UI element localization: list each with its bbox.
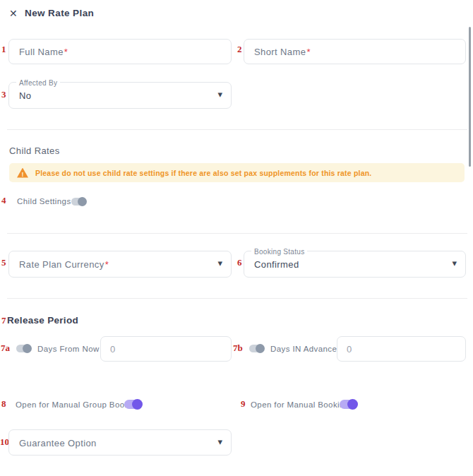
booking-status-label: Booking Status — [251, 248, 307, 256]
rate-plan-currency-select[interactable]: Rate Plan Currency* ▾ — [8, 251, 232, 278]
child-settings-toggle[interactable] — [71, 198, 86, 206]
annotation-4: 4 — [1, 196, 6, 206]
affected-by-label: Affected By — [16, 79, 60, 87]
booking-status-select[interactable]: Booking Status Confirmed ▾ — [244, 251, 466, 278]
annotation-7a: 7a — [1, 343, 10, 353]
divider — [7, 129, 467, 130]
chevron-down-icon: ▾ — [217, 258, 222, 268]
divider — [7, 233, 467, 234]
annotation-8: 8 — [1, 399, 6, 409]
full-name-label: Full Name* — [19, 47, 68, 57]
days-from-now-label: Days From Now — [37, 345, 100, 353]
open-manual-group-booking-toggle[interactable] — [124, 400, 142, 409]
full-name-input[interactable]: Full Name* — [8, 39, 232, 64]
chevron-down-icon: ▾ — [217, 437, 222, 446]
annotation-7b: 7b — [233, 343, 243, 353]
days-from-now-input[interactable] — [100, 336, 232, 362]
affected-by-value: No — [19, 90, 31, 101]
required-asterisk: * — [306, 47, 310, 57]
scrollbar-thumb[interactable] — [469, 27, 471, 167]
chevron-down-icon: ▾ — [452, 258, 457, 268]
days-in-advance-input[interactable] — [337, 336, 466, 362]
guarantee-option-select[interactable]: Guarantee Option ▾ — [8, 429, 232, 456]
warning-text: Please do not use child rate settings if… — [35, 169, 371, 177]
short-name-label: Short Name* — [254, 47, 311, 57]
annotation-6: 6 — [237, 258, 242, 268]
open-manual-booking-label: Open for Manual Booking — [251, 400, 349, 409]
child-rates-warning-banner: ! Please do not use child rate settings … — [9, 163, 465, 182]
days-in-advance-label: Days IN Advance — [270, 345, 337, 353]
annotation-7: 7 — [1, 316, 6, 326]
annotation-2: 2 — [237, 44, 242, 54]
annotation-5: 5 — [1, 258, 6, 268]
required-asterisk: * — [64, 47, 68, 57]
warning-icon: ! — [17, 168, 28, 178]
page-title: New Rate Plan — [25, 8, 94, 19]
annotation-3: 3 — [1, 90, 6, 100]
open-manual-booking-toggle[interactable] — [340, 400, 357, 409]
release-period-section-title: Release Period — [7, 315, 78, 326]
annotation-9: 9 — [241, 399, 246, 409]
required-asterisk: * — [105, 259, 109, 270]
affected-by-select[interactable]: Affected By No ▾ — [8, 82, 232, 109]
short-name-input[interactable]: Short Name* — [244, 39, 466, 64]
open-manual-group-booking-label: Open for Manual Group Booking — [16, 400, 140, 409]
new-rate-plan-dialog: ✕ New Rate Plan 1 2 3 4 5 6 7 7a 7b 8 9 … — [0, 0, 473, 476]
close-icon[interactable]: ✕ — [9, 8, 18, 19]
child-settings-label: Child Settings — [17, 197, 71, 206]
rate-plan-currency-label: Rate Plan Currency* — [19, 259, 109, 270]
booking-status-value: Confirmed — [254, 259, 299, 270]
divider — [7, 298, 467, 299]
chevron-down-icon: ▾ — [217, 90, 222, 99]
guarantee-option-label: Guarantee Option — [19, 437, 97, 448]
days-in-advance-toggle[interactable] — [249, 345, 264, 352]
annotation-1: 1 — [1, 44, 6, 54]
days-from-now-toggle[interactable] — [16, 345, 31, 352]
child-rates-section-title: Child Rates — [9, 145, 60, 156]
